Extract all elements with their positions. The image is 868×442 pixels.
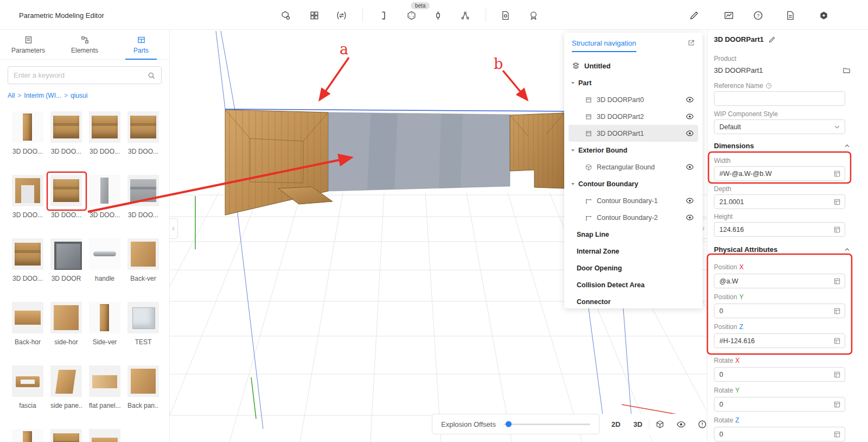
part-item[interactable]: 3D DOO... <box>127 111 159 155</box>
visibility-toggle[interactable] <box>686 112 694 121</box>
part-item[interactable]: 3D DOO... <box>12 175 43 219</box>
search-icon[interactable] <box>147 71 156 80</box>
part-thumbnail[interactable] <box>12 302 43 333</box>
external-link-icon[interactable] <box>687 39 695 47</box>
tree-node-3d-doorpart2[interactable]: 3D DOORPart2 <box>569 108 698 125</box>
part-thumbnail[interactable] <box>127 365 159 397</box>
visibility-toggle[interactable] <box>686 129 694 137</box>
part-item[interactable] <box>89 429 120 442</box>
dice-icon[interactable] <box>406 10 417 21</box>
formula-icon[interactable] <box>833 277 841 285</box>
part-thumbnail[interactable] <box>12 175 43 206</box>
folder-icon[interactable] <box>843 66 851 74</box>
wip-style-select[interactable]: Default <box>714 119 845 134</box>
formula-icon[interactable] <box>833 431 841 438</box>
slider-knob[interactable] <box>506 421 512 427</box>
part-thumbnail[interactable] <box>50 175 82 206</box>
position-z-field[interactable]: #H-124.616 <box>714 333 845 348</box>
part-item[interactable]: Back-hor <box>12 302 43 346</box>
pattern-icon[interactable] <box>309 10 320 21</box>
view-3d-button[interactable]: 3D <box>627 420 649 428</box>
document-icon[interactable] <box>784 10 795 21</box>
part-thumbnail[interactable] <box>50 365 82 397</box>
part-item[interactable]: 3D DOO... <box>89 111 120 155</box>
tree-node-untitled[interactable]: Untitled <box>569 58 698 74</box>
part-item[interactable]: Back pan... <box>127 365 159 409</box>
search-input[interactable] <box>14 71 147 79</box>
part-thumbnail[interactable] <box>12 429 43 442</box>
tree-group-exterior-bound[interactable]: Exterior Bound <box>569 142 698 159</box>
part-item[interactable]: 3D DOOR <box>50 238 82 282</box>
formula-icon[interactable] <box>833 401 841 408</box>
visibility-toggle[interactable] <box>686 163 694 171</box>
tree-node-rectangular-bound[interactable]: Rectangular Bound <box>569 159 698 175</box>
structural-navigation-tab[interactable]: Structural navigation <box>572 39 636 52</box>
part-thumbnail[interactable] <box>50 111 82 143</box>
tree-group-door-opening[interactable]: Door Opening <box>569 260 698 276</box>
part-thumbnail[interactable] <box>12 238 43 270</box>
position-y-field[interactable]: 0 <box>714 304 845 318</box>
seal-icon[interactable] <box>528 10 539 21</box>
part-thumbnail[interactable] <box>127 175 159 206</box>
breadcrumb-qiusui[interactable]: qiusui <box>71 92 87 99</box>
tab-parts[interactable]: Parts <box>113 30 169 59</box>
visibility-toggle[interactable] <box>686 213 694 222</box>
part-thumbnail[interactable] <box>89 365 120 397</box>
help-icon[interactable] <box>752 10 763 21</box>
part-item[interactable]: fascia <box>12 365 43 409</box>
chevron-up-icon[interactable] <box>844 246 851 253</box>
part-item[interactable]: 3D DOO... <box>12 111 43 155</box>
cube-view-icon[interactable] <box>649 420 671 429</box>
door-frame-left[interactable] <box>225 106 333 220</box>
part-thumbnail[interactable] <box>89 238 120 270</box>
position-x-field[interactable]: @a.W <box>714 274 845 288</box>
part-item[interactable]: 3D DOO... <box>89 175 120 219</box>
breadcrumb-all[interactable]: All <box>8 92 15 99</box>
part-item[interactable]: Side-ver <box>89 302 120 346</box>
node-graph-icon[interactable] <box>459 10 470 21</box>
part-thumbnail[interactable] <box>12 365 43 397</box>
view-2d-button[interactable]: 2D <box>605 420 627 428</box>
part-thumbnail[interactable] <box>89 429 120 442</box>
caret-down-icon[interactable] <box>571 149 575 151</box>
part-thumbnail[interactable] <box>50 302 82 333</box>
explosion-offsets-slider[interactable] <box>503 424 590 425</box>
tree-node-3d-doorpart0[interactable]: 3D DOORPart0 <box>569 91 698 108</box>
rotate-z-field[interactable]: 0 <box>714 427 845 441</box>
part-item[interactable]: 3D DOO... <box>50 111 82 155</box>
part-item[interactable]: side-hor <box>50 302 82 346</box>
rotate-y-field[interactable]: 0 <box>714 397 845 412</box>
collapse-sidebar-handle[interactable] <box>170 218 178 239</box>
constraint-swap-icon[interactable] <box>336 10 347 21</box>
document-gear-icon[interactable] <box>500 10 510 21</box>
edit-pencil-icon[interactable] <box>688 10 699 21</box>
bracket-measure-icon[interactable] <box>378 10 388 21</box>
rename-pencil-icon[interactable] <box>768 36 776 43</box>
tree-group-snap-line[interactable]: Snap Line <box>569 226 698 243</box>
width-field[interactable]: #W-@a.W-@b.W <box>714 166 845 181</box>
tree-group-contour-boundary[interactable]: Contour Boundary <box>569 175 698 192</box>
door-frame-right[interactable] <box>510 109 564 193</box>
formula-icon[interactable] <box>833 307 841 315</box>
part-thumbnail[interactable] <box>89 302 120 333</box>
visibility-toggle[interactable] <box>686 96 694 104</box>
glass-panel[interactable] <box>328 112 510 191</box>
part-thumbnail[interactable] <box>12 111 43 143</box>
part-thumbnail[interactable] <box>50 429 82 442</box>
tree-group-part[interactable]: Part <box>569 74 698 91</box>
tree-group-connector[interactable]: Connector <box>569 293 698 308</box>
formula-icon[interactable] <box>833 198 841 206</box>
formula-icon[interactable] <box>833 337 841 345</box>
part-item[interactable]: Back-ver <box>127 238 159 282</box>
warning-icon[interactable] <box>692 420 707 429</box>
part-item[interactable] <box>12 429 43 442</box>
part-item[interactable]: 3D DOO... <box>127 175 159 219</box>
chart-panel-icon[interactable] <box>723 10 734 21</box>
part-item[interactable]: flat panel... <box>89 365 120 409</box>
part-item[interactable]: 3D DOO... <box>12 238 43 282</box>
part-thumbnail[interactable] <box>127 111 159 143</box>
tree-group-collision-detect-area[interactable]: Collision Detect Area <box>569 276 698 293</box>
chevron-up-icon[interactable] <box>844 142 851 149</box>
height-field[interactable]: 124.616 <box>714 222 845 237</box>
question-circle-icon[interactable] <box>765 83 772 89</box>
